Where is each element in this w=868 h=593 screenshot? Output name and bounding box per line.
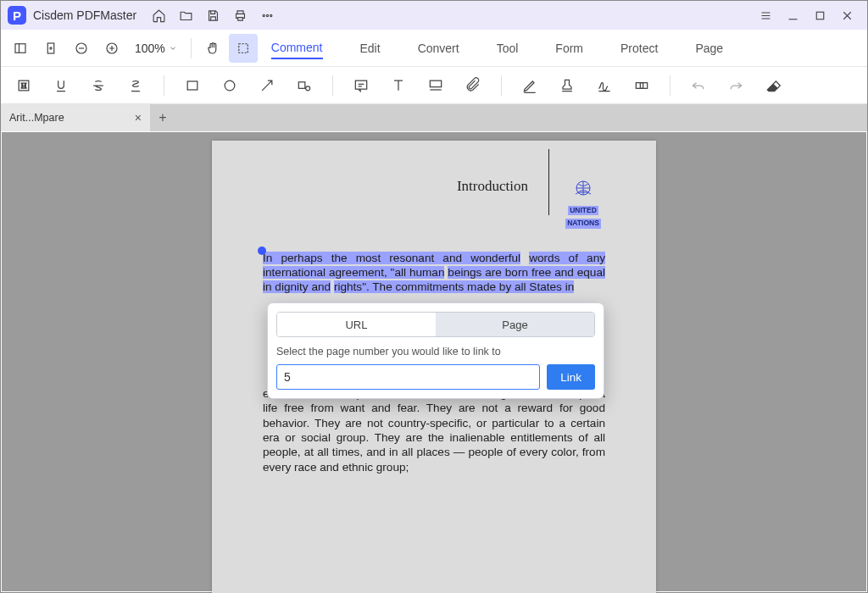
svg-rect-18 [636,82,647,88]
strikethrough-icon[interactable] [84,72,113,99]
rectangle-icon[interactable] [178,72,207,99]
tab-protect[interactable]: Protect [620,38,658,58]
popover-label: Select the page number you would like to… [276,346,595,357]
svg-text:H: H [21,81,27,90]
svg-point-15 [306,86,310,90]
stamp-icon[interactable] [553,72,581,99]
svg-rect-14 [298,81,305,88]
divider [332,75,333,96]
hand-tool-icon[interactable] [198,34,227,63]
squiggly-icon[interactable] [121,72,150,99]
tab-comment[interactable]: Comment [271,37,323,59]
home-icon[interactable] [145,3,172,28]
tab-form[interactable]: Form [555,38,583,58]
selection-handle[interactable] [258,247,266,255]
underline-icon[interactable] [47,72,75,99]
add-tab-button[interactable]: + [150,110,175,125]
eraser-icon[interactable] [759,72,787,99]
zoom-level[interactable]: 100% [128,42,184,55]
maximize-icon[interactable] [806,3,833,28]
un-logo-block: UNITED NATIONS [561,178,605,229]
link-popover: URL Page Select the page number you woul… [267,302,604,399]
single-page-icon[interactable] [36,34,65,63]
document-tab-label: Arit...Mpare [9,112,64,124]
un-label-1: UNITED [568,206,598,215]
undo-icon[interactable] [684,72,713,99]
zoom-out-icon[interactable] [67,34,96,63]
highlight-icon[interactable]: H [9,72,38,99]
svg-point-6 [50,47,52,48]
main-toolbar: 100% Comment Edit Convert Tool Form Prot… [1,30,867,67]
connected-shape-icon[interactable] [290,72,319,99]
more-icon[interactable] [253,3,281,28]
un-emblem-icon [561,178,605,202]
redo-icon[interactable] [721,72,750,99]
link-button[interactable]: Link [547,364,595,390]
svg-rect-4 [15,43,25,53]
app-title: Cisdem PDFMaster [33,8,136,22]
circle-icon[interactable] [215,72,244,99]
vertical-divider [548,149,549,215]
tab-convert[interactable]: Convert [418,38,459,58]
hamburger-menu-icon[interactable] [752,3,779,28]
app-logo: P [8,6,26,25]
svg-point-13 [225,80,235,91]
link-tab-url[interactable]: URL [277,313,436,336]
svg-point-0 [263,14,264,16]
zoom-value: 100% [135,42,165,55]
annotation-toolbar: H [1,67,867,104]
document-tabstrip: Arit...Mpare × + [1,104,867,131]
tab-page[interactable]: Page [695,38,723,58]
pen-icon[interactable] [515,72,544,99]
tab-edit[interactable]: Edit [360,38,381,58]
divider [164,75,164,96]
zoom-in-icon[interactable] [97,34,126,63]
arrow-icon[interactable] [253,72,281,99]
note-icon[interactable] [347,72,376,99]
save-icon[interactable] [199,3,226,28]
svg-point-2 [270,14,271,16]
svg-rect-9 [239,43,248,53]
divider [191,38,192,58]
print-icon[interactable] [226,3,253,28]
highlighted-text: rights". The commitments made by all Sta… [334,280,574,293]
document-tab[interactable]: Arit...Mpare × [1,104,150,131]
page-heading: Introduction [457,178,537,195]
callout-icon[interactable] [421,72,450,99]
svg-rect-16 [355,80,366,89]
divider [670,75,670,96]
signature-icon[interactable] [590,72,619,99]
svg-rect-17 [430,80,441,87]
svg-rect-3 [816,12,824,19]
svg-point-1 [266,14,268,16]
close-window-icon[interactable] [833,3,860,28]
body-text: economic, social, political, cultural an… [263,387,605,474]
select-tool-icon[interactable] [229,34,258,63]
titlebar: P Cisdem PDFMaster [1,1,867,30]
divider [501,75,502,96]
link-tab-page[interactable]: Page [436,313,594,336]
attachment-icon[interactable] [459,72,487,99]
svg-rect-19 [640,82,643,88]
open-folder-icon[interactable] [172,3,199,28]
svg-rect-5 [47,43,54,53]
link-type-segment: URL Page [276,312,595,337]
highlighted-text: In perhaps the most resonant and wonderf… [263,252,520,264]
un-label-2: NATIONS [565,219,601,228]
link-icon[interactable] [627,72,656,99]
text-icon[interactable] [384,72,413,99]
tab-tool[interactable]: Tool [497,38,519,58]
svg-rect-12 [187,81,198,90]
sidebar-toggle-icon[interactable] [6,34,35,63]
minimize-icon[interactable] [779,3,806,28]
close-tab-icon[interactable]: × [135,111,142,125]
page-number-input[interactable] [276,364,540,390]
